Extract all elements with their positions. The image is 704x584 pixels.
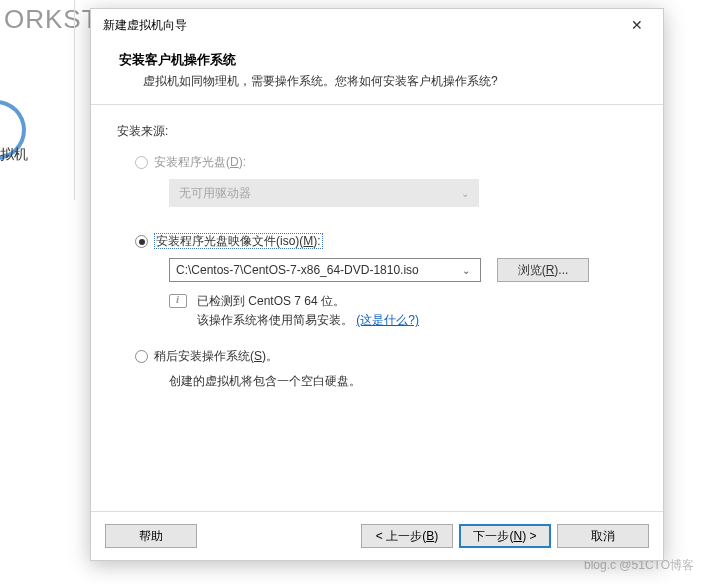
dialog-title: 新建虚拟机向导 (103, 17, 619, 34)
radio-icon (135, 156, 148, 169)
help-button[interactable]: 帮助 (105, 524, 197, 548)
install-source-group: 安装程序光盘(D): 无可用驱动器 ⌄ 安装程序光盘映像文件(iso)(M): … (117, 154, 639, 390)
radio-install-later[interactable]: 稍后安装操作系统(S)。 (135, 348, 639, 365)
close-icon[interactable]: ✕ (619, 15, 655, 35)
dropdown-text: 无可用驱动器 (179, 185, 251, 202)
titlebar: 新建虚拟机向导 ✕ (91, 9, 663, 41)
radio-disc-label: 安装程序光盘(D): (154, 154, 246, 171)
next-button[interactable]: 下一步(N) > (459, 524, 551, 548)
chevron-down-icon[interactable]: ⌄ (458, 265, 474, 276)
install-later-desc: 创建的虚拟机将包含一个空白硬盘。 (169, 373, 639, 390)
easy-install-line: 该操作系统将使用简易安装。 (这是什么?) (197, 311, 419, 330)
disc-drive-dropdown: 无可用驱动器 ⌄ (169, 179, 479, 207)
info-icon (169, 294, 187, 308)
radio-iso-label: 安装程序光盘映像文件(iso)(M): (154, 233, 323, 250)
radio-installer-disc: 安装程序光盘(D): (135, 154, 639, 171)
info-text: 已检测到 CentOS 7 64 位。 该操作系统将使用简易安装。 (这是什么?… (197, 292, 419, 330)
browse-button[interactable]: 浏览(R)... (497, 258, 589, 282)
iso-path-value: C:\Centos-7\CentOS-7-x86_64-DVD-1810.iso (176, 263, 419, 277)
cancel-button[interactable]: 取消 (557, 524, 649, 548)
back-button[interactable]: < 上一步(B) (361, 524, 453, 548)
dialog-heading: 安装客户机操作系统 (119, 51, 639, 69)
detected-os-line: 已检测到 CentOS 7 64 位。 (197, 292, 419, 311)
radio-later-label: 稍后安装操作系统(S)。 (154, 348, 278, 365)
chevron-down-icon: ⌄ (461, 188, 469, 199)
dialog-header: 安装客户机操作系统 虚拟机如同物理机，需要操作系统。您将如何安装客户机操作系统? (91, 41, 663, 105)
new-vm-wizard-dialog: 新建虚拟机向导 ✕ 安装客户机操作系统 虚拟机如同物理机，需要操作系统。您将如何… (90, 8, 664, 561)
iso-path-row: C:\Centos-7\CentOS-7-x86_64-DVD-1810.iso… (169, 258, 639, 282)
dialog-subheading: 虚拟机如同物理机，需要操作系统。您将如何安装客户机操作系统? (119, 73, 639, 90)
iso-path-combobox[interactable]: C:\Centos-7\CentOS-7-x86_64-DVD-1810.iso… (169, 258, 481, 282)
background-side-label: 拟机 (0, 146, 28, 164)
os-detected-info: 已检测到 CentOS 7 64 位。 该操作系统将使用简易安装。 (这是什么?… (169, 292, 639, 330)
radio-icon (135, 235, 148, 248)
radio-icon (135, 350, 148, 363)
background-divider (74, 0, 75, 200)
dialog-content: 安装来源: 安装程序光盘(D): 无可用驱动器 ⌄ 安装程序光盘映像文件(iso… (91, 105, 663, 511)
footer-spacer (203, 524, 355, 548)
radio-iso-image[interactable]: 安装程序光盘映像文件(iso)(M): (135, 233, 639, 250)
whats-this-link[interactable]: (这是什么?) (356, 313, 419, 327)
install-source-label: 安装来源: (117, 123, 639, 140)
dialog-footer: 帮助 < 上一步(B) 下一步(N) > 取消 (91, 511, 663, 560)
